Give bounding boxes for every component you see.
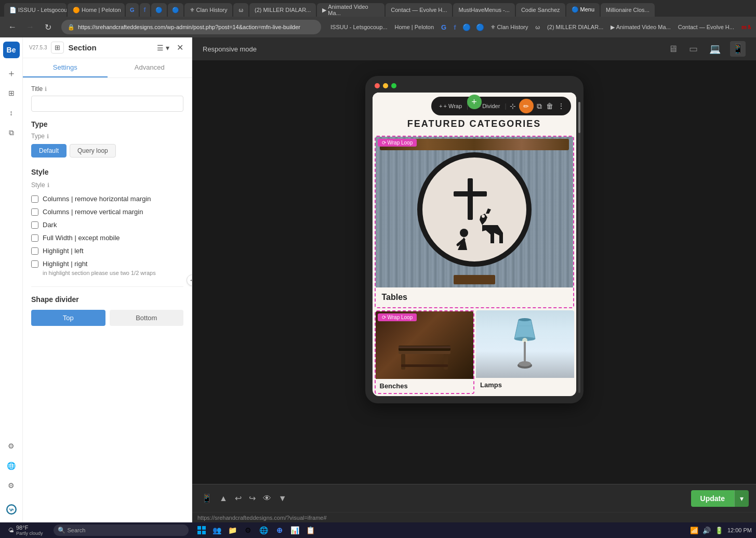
browser-tab[interactable]: (2) MILLER DIALAR... <box>249 3 316 17</box>
type-default-button[interactable]: Default <box>31 144 67 158</box>
checkbox-fullwidth-label[interactable]: Full Width | except mobile <box>43 234 120 242</box>
vs-wp-icon[interactable] <box>3 501 20 518</box>
bookmark-animated[interactable]: ▶ Animated Video Ma... <box>607 23 673 32</box>
bookmark-musthave[interactable]: m MustHaveMenus -... <box>738 23 751 31</box>
arrow-up-button[interactable]: ▲ <box>217 492 230 505</box>
bookmark-peloton[interactable]: Home | Peloton <box>391 23 437 31</box>
mobile-icon[interactable]: 📱 <box>730 41 746 57</box>
more-button[interactable]: ⋮ <box>556 101 566 111</box>
shape-bottom-button[interactable]: Bottom <box>110 310 184 326</box>
bookmark-miller[interactable]: (2) MILLER DIALAR... <box>544 23 606 31</box>
taskbar-files-icon[interactable]: 📁 <box>226 523 240 537</box>
reload-button[interactable]: ↻ <box>41 20 55 34</box>
update-button[interactable]: Update <box>691 490 734 507</box>
taskbar-app1-icon[interactable]: ⚙ <box>242 523 255 537</box>
bookmark-1[interactable]: 🔵 <box>460 22 473 32</box>
taskbar-windows-icon[interactable] <box>195 523 208 537</box>
tablet-icon[interactable]: ▭ <box>687 41 700 57</box>
taskbar-sound-icon[interactable]: 🔊 <box>702 527 711 534</box>
forward-button[interactable]: → <box>23 20 37 34</box>
taskbar-teams-icon[interactable]: 👥 <box>210 523 224 537</box>
layout-toggle-button[interactable]: ⊞ <box>51 42 64 54</box>
checkbox-dark-label[interactable]: Dark <box>43 221 57 229</box>
eye-button[interactable]: 👁 <box>261 492 273 505</box>
bookmark-issuu[interactable]: ISSUU - Letsgocoup... <box>327 23 390 31</box>
checkbox-col-v-label[interactable]: Columns | remove vertical margin <box>43 208 143 216</box>
bookmark-meta[interactable]: ω <box>533 23 543 31</box>
browser-tab[interactable]: 🔵 <box>168 3 183 17</box>
checkbox-highlight-right-input[interactable] <box>31 260 38 268</box>
taskbar-app4-icon[interactable]: 📋 <box>304 523 317 537</box>
panel-close-button[interactable]: ✕ <box>175 42 185 54</box>
tab-settings[interactable]: Settings <box>23 58 108 77</box>
vs-grid-icon[interactable]: ⊞ <box>3 84 20 102</box>
checkbox-highlight-left-input[interactable] <box>31 247 38 255</box>
browser-tab[interactable]: 📄ISSUU - Letsgocoup... <box>4 3 67 17</box>
vs-arrows-icon[interactable]: ↕ <box>3 104 20 122</box>
browser-tab[interactable]: Millionaire Clos... <box>601 3 655 17</box>
taskbar-battery-icon[interactable]: 🔋 <box>715 527 723 534</box>
shape-top-button[interactable]: Top <box>31 310 105 326</box>
title-info-icon[interactable]: ℹ <box>45 86 47 93</box>
delete-button[interactable]: 🗑 <box>545 101 554 111</box>
laptop-icon[interactable]: 💻 <box>707 41 723 57</box>
vs-layers-icon[interactable]: ⧉ <box>3 124 20 141</box>
taskbar-network-icon[interactable]: 📶 <box>690 527 698 534</box>
browser-tab[interactable]: Codie Sanchez <box>516 3 565 17</box>
checkbox-col-h: Columns | remove horizontal margin <box>31 195 183 203</box>
bookmark-contact[interactable]: Contact — Evolve H... <box>675 23 737 31</box>
checkbox-highlight-left-label[interactable]: Highlight | left <box>43 247 84 255</box>
address-bar[interactable]: 🔒 https://srehandcrafteddesigns.com/wp-a… <box>61 20 321 34</box>
taskbar-search-box[interactable]: 🔍 Search <box>54 524 189 536</box>
browser-tab[interactable]: ω <box>233 3 248 17</box>
title-input[interactable] <box>31 96 183 112</box>
browser-tab[interactable]: 🔵 <box>151 3 167 17</box>
undo-button[interactable]: ↩ <box>233 491 244 505</box>
copy-button[interactable]: ⧉ <box>536 101 543 112</box>
bookmark-google[interactable]: G <box>438 22 449 32</box>
browser-tab[interactable]: G <box>126 3 139 17</box>
redo-button[interactable]: ↪ <box>247 491 258 505</box>
checkbox-dark-input[interactable] <box>31 221 38 229</box>
style-info-icon[interactable]: ℹ <box>47 182 49 189</box>
desktop-icon[interactable]: 🖥 <box>666 42 680 57</box>
vs-add-icon[interactable]: ＋ <box>3 64 20 82</box>
mobile-preview-button[interactable]: 📱 <box>200 491 214 505</box>
browser-tab[interactable]: f <box>140 3 150 17</box>
browser-tab[interactable]: Contact — Evolve H... <box>386 3 452 17</box>
wrap-button[interactable]: + + Wrap <box>436 101 465 111</box>
taskbar-app2-icon[interactable]: 🌐 <box>257 523 271 537</box>
move-button[interactable]: ⊹ <box>509 101 517 111</box>
vs-be-logo[interactable]: Be <box>3 42 20 58</box>
type-info-icon[interactable]: ℹ <box>47 133 49 140</box>
back-button[interactable]: ← <box>5 20 20 34</box>
browser-tab[interactable]: MustHaveMenus -... <box>453 3 514 17</box>
bookmark-facebook[interactable]: f <box>450 22 459 32</box>
taskbar-chrome-icon[interactable]: ⊕ <box>273 523 286 537</box>
svg-rect-3 <box>454 191 487 196</box>
checkbox-col-h-input[interactable] <box>31 195 38 203</box>
checkbox-col-h-label[interactable]: Columns | remove horizontal margin <box>43 195 151 203</box>
vs-settings-icon[interactable]: ⚙ <box>3 477 20 494</box>
vs-globe-icon[interactable]: 🌐 <box>3 457 20 475</box>
browser-tab[interactable]: ▶Animated Video Ma... <box>317 3 384 17</box>
bookmark-clan[interactable]: ⚜ Clan History <box>487 23 532 32</box>
vs-sliders-icon[interactable]: ⚙ <box>3 437 20 455</box>
checkbox-highlight-right-label[interactable]: Highlight | right <box>43 260 87 268</box>
type-query-loop-button[interactable]: Query loop <box>70 144 116 158</box>
taskbar-weather[interactable]: 🌤 98°F Partly cloudy <box>4 523 47 537</box>
tab-advanced[interactable]: Advanced <box>108 58 192 77</box>
checkbox-fullwidth-input[interactable] <box>31 234 38 242</box>
browser-tab[interactable]: ⚜Clan History <box>184 3 233 17</box>
arrow-down-button[interactable]: ▼ <box>276 492 289 505</box>
bookmark-2[interactable]: 🔵 <box>474 22 486 32</box>
update-dropdown-button[interactable]: ▾ <box>734 490 749 507</box>
panel-menu-button[interactable]: ☰ ▾ <box>155 42 171 54</box>
checkbox-col-v-input[interactable] <box>31 208 38 216</box>
phone-scrollbar[interactable] <box>578 102 580 393</box>
browser-tab[interactable]: 🔵Menu <box>566 3 600 17</box>
browser-tab[interactable]: 🟠Home | Peloton <box>68 3 125 17</box>
edit-button[interactable]: ✏ <box>519 99 534 113</box>
green-add-button[interactable]: + <box>467 95 482 109</box>
taskbar-app3-icon[interactable]: 📊 <box>288 523 302 537</box>
